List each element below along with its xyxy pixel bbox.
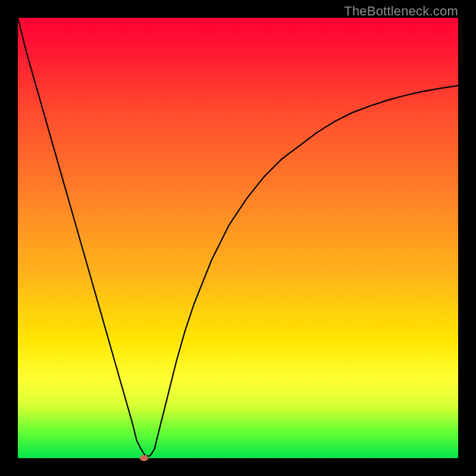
optimal-point-marker <box>140 455 148 461</box>
bottleneck-curve <box>18 18 458 458</box>
watermark-text: TheBottleneck.com <box>344 4 458 19</box>
plot-area <box>18 18 458 458</box>
chart-frame: TheBottleneck.com <box>0 0 476 476</box>
